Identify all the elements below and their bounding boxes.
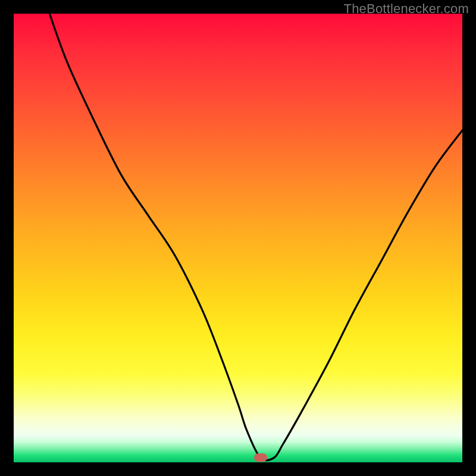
- chart-frame: TheBottlenecker.com: [0, 0, 476, 476]
- bottleneck-curve: [14, 14, 462, 462]
- watermark-text: TheBottlenecker.com: [344, 1, 469, 17]
- minimum-marker: [254, 453, 267, 462]
- plot-area: [14, 14, 462, 462]
